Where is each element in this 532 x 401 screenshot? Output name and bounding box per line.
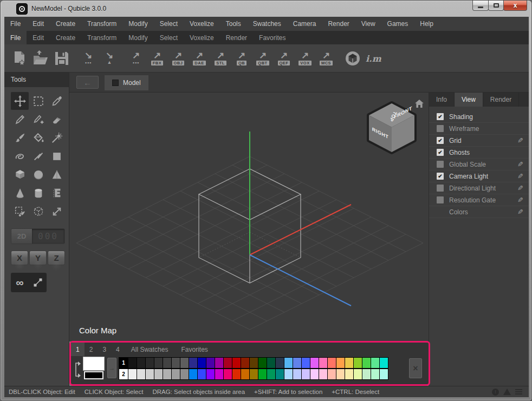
resolution-gate-checkbox[interactable] <box>437 196 444 203</box>
menu-help[interactable]: Help <box>414 17 439 31</box>
edit-pencil-icon[interactable]: ✎ <box>517 136 523 144</box>
swatch-cell[interactable] <box>310 369 319 380</box>
brush-tool[interactable] <box>11 129 29 147</box>
submenu-select[interactable]: Select <box>154 31 184 44</box>
foreground-color-swatch[interactable] <box>83 357 105 371</box>
model-tab[interactable]: Model <box>105 75 148 90</box>
box-tool[interactable] <box>11 166 29 183</box>
swatch-cell[interactable] <box>180 369 189 380</box>
export-dae-button[interactable]: ↗DAE <box>190 47 209 70</box>
submenu-voxelize[interactable]: Voxelize <box>184 31 220 44</box>
move-tool[interactable] <box>11 92 29 110</box>
global-scale-checkbox[interactable] <box>437 161 444 168</box>
swatch-tab-4[interactable]: 4 <box>111 343 125 356</box>
swatch-cell[interactable] <box>319 369 328 380</box>
swatch-tab-favorites[interactable]: Favorites <box>174 343 214 356</box>
swatch-cell[interactable] <box>353 369 362 380</box>
close-button[interactable]: x <box>503 1 527 11</box>
axis-z-button[interactable]: Z <box>48 251 65 265</box>
swatch-cell[interactable] <box>353 357 362 369</box>
swatch-cell[interactable] <box>336 357 345 369</box>
export-qbt-button[interactable]: ↗QBT <box>253 47 273 70</box>
swatch-cell[interactable] <box>345 357 354 369</box>
swatch-cell[interactable] <box>345 369 354 380</box>
submenu-render[interactable]: Render <box>220 31 253 44</box>
swatch-cell[interactable] <box>258 357 267 369</box>
edit-pencil-icon[interactable]: ✎ <box>517 196 523 204</box>
swatch-cell[interactable] <box>284 369 293 380</box>
menu-render[interactable]: Render <box>322 17 355 31</box>
swatch-cell[interactable] <box>137 369 146 380</box>
swatch-cell[interactable] <box>163 369 172 380</box>
submenu-create[interactable]: Create <box>50 31 81 44</box>
wireframe-checkbox[interactable] <box>437 125 444 132</box>
export-fbx-button[interactable]: ↗FBX <box>147 47 167 70</box>
menu-view[interactable]: View <box>355 17 381 31</box>
im-logo-button[interactable]: i.m <box>364 47 384 70</box>
menu-camera[interactable]: Camera <box>287 17 322 31</box>
swatch-cell[interactable] <box>223 369 232 380</box>
tab-view[interactable]: View <box>455 93 483 107</box>
swatch-cell[interactable] <box>310 357 319 369</box>
swatch-cell[interactable] <box>197 357 206 369</box>
swatch-cell[interactable] <box>362 369 371 380</box>
swatch-cell[interactable] <box>275 369 284 380</box>
swatch-tab-all-swatches[interactable]: All Swatches <box>125 343 175 356</box>
swatch-cell[interactable] <box>267 369 276 380</box>
swatch-cell[interactable] <box>128 369 137 380</box>
color-picker-tool[interactable] <box>48 92 66 110</box>
swatch-cell[interactable] <box>241 369 250 380</box>
export-qef-button[interactable]: ↗QEF <box>274 47 294 70</box>
view-cube[interactable]: TOP RIGHT FRONT <box>365 100 419 156</box>
grid-checkbox[interactable]: ✔ <box>437 137 444 144</box>
sketchfab-button[interactable] <box>343 47 362 70</box>
swatch-cell[interactable] <box>336 369 345 380</box>
swatch-cell[interactable] <box>362 357 371 369</box>
rectangle-tool[interactable] <box>48 147 66 165</box>
shading-checkbox[interactable]: ✔ <box>437 113 444 120</box>
swatch-cell[interactable] <box>267 357 276 369</box>
export-button[interactable]: ↗▪▪▪ <box>126 47 146 70</box>
swatch-cell[interactable] <box>180 357 189 369</box>
tab-render[interactable]: Render <box>483 93 519 107</box>
import-button[interactable]: ↘▪▪▪ <box>79 47 98 70</box>
edit-pencil-icon[interactable]: ✎ <box>517 160 523 168</box>
swatch-cell[interactable] <box>215 357 224 369</box>
directional-light-checkbox[interactable] <box>437 185 444 192</box>
lasso-tool[interactable] <box>11 147 29 165</box>
swatch-cell[interactable] <box>171 357 180 369</box>
open-file-button[interactable] <box>31 47 50 70</box>
delete-swatch-button[interactable]: × <box>409 358 422 378</box>
log-menu-icon[interactable] <box>515 389 522 395</box>
swatch-cell[interactable] <box>301 357 310 369</box>
mask-tool-button[interactable]: ∞ <box>11 273 29 292</box>
menu-voxelize[interactable]: Voxelize <box>184 17 220 31</box>
swatch-cell[interactable] <box>206 357 215 369</box>
submenu-favorites[interactable]: Favorites <box>253 31 291 44</box>
menu-select[interactable]: Select <box>154 17 184 31</box>
swatch-tab-2[interactable]: 2 <box>85 343 98 356</box>
mode-2d-button[interactable]: 2D <box>11 229 32 244</box>
select-tool[interactable] <box>29 92 47 110</box>
menu-modify[interactable]: Modify <box>122 17 153 31</box>
import-mesh-button[interactable]: ↘▲ <box>100 47 119 70</box>
fill-tool[interactable] <box>29 129 47 147</box>
menu-file[interactable]: File <box>4 17 27 31</box>
swatch-cell[interactable] <box>293 369 302 380</box>
swatch-cell[interactable] <box>232 357 241 369</box>
swatch-cell[interactable] <box>258 369 267 380</box>
swatch-cell[interactable] <box>275 357 284 369</box>
swatch-cell[interactable] <box>206 369 215 380</box>
title-bar[interactable]: NewModel - Qubicle 3.0.0 x <box>1 1 532 17</box>
swatch-tab-3[interactable]: 3 <box>98 343 111 356</box>
swatch-cell[interactable] <box>189 369 198 380</box>
edit-pencil-icon[interactable]: ✎ <box>517 208 523 216</box>
swatch-cell[interactable] <box>249 357 258 369</box>
menu-games[interactable]: Games <box>381 17 414 31</box>
select-paint-tool[interactable] <box>11 202 29 220</box>
cylinder-tool[interactable] <box>29 184 47 202</box>
swatch-cell[interactable] <box>154 357 163 369</box>
ghosts-checkbox[interactable]: ✔ <box>437 149 444 156</box>
cone-tool[interactable] <box>11 184 29 202</box>
edit-pencil-icon[interactable]: ✎ <box>517 172 523 180</box>
